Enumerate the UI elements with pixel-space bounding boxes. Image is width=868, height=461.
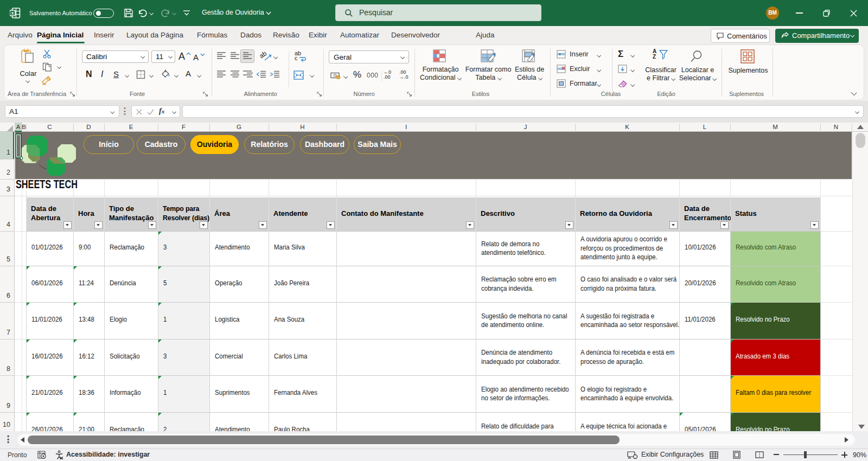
svg-text:x: x: [11, 10, 14, 16]
